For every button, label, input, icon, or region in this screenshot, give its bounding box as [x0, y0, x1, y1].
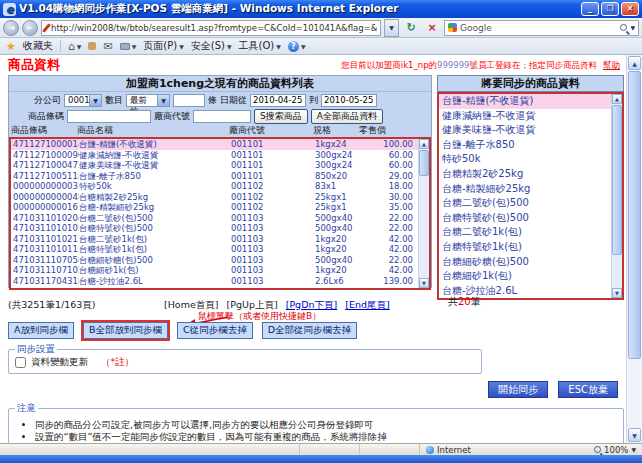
date-from-input[interactable]	[250, 94, 306, 107]
remove-from-sync-button[interactable]: C從同步欄去掉	[177, 322, 253, 339]
scroll-up-icon[interactable]: ▲	[612, 94, 622, 104]
remove-all-from-sync-button[interactable]: D全部從同步欄去掉	[262, 322, 357, 339]
table-row[interactable]: 4711271000472健康美味鹽-不收退貨001101300gx2460.0…	[11, 160, 429, 171]
data-update-checkbox[interactable]	[15, 357, 26, 368]
notes-legend: 注意	[15, 402, 38, 415]
notes-fieldset: 注意 同步的商品分公司設定,被同步方可以選擇,同步方的要以相應分公司身份登錄即可…	[8, 402, 624, 443]
list-item[interactable]: 健康減納鹽-不收退貨	[439, 109, 622, 124]
table-row[interactable]: 4710311107058台糖細砂糖(包)500001103500gx4022.…	[11, 255, 429, 266]
read-mail-icon[interactable]: ✉	[103, 40, 112, 53]
list-item[interactable]: 台鹽-離子水850	[439, 138, 622, 153]
scrollbar-thumb[interactable]	[419, 150, 429, 176]
table-row[interactable]: 0000000000048台糖精製2砂25kg00110225kgx130.00	[11, 192, 429, 203]
start-sync-button[interactable]: 開始同步	[488, 381, 548, 398]
maximize-button[interactable]: ❐	[601, 2, 619, 16]
favorites-star-icon[interactable]: ★	[6, 40, 16, 53]
list-item[interactable]: 台糖特號砂1k(包)	[439, 240, 622, 255]
nav-home[interactable]: [Home首頁]	[164, 299, 218, 310]
refresh-button[interactable]: ↻	[402, 19, 420, 37]
search-icon[interactable]	[620, 24, 627, 31]
note-item: 設置的“數目”值不一定能同步你設定的數目，因為可能有重複的商品，系統將排除掉	[35, 431, 617, 443]
table-scrollbar[interactable]: ▲ ▼	[418, 139, 429, 288]
list-item[interactable]: 台糖精製2砂25kg	[439, 167, 622, 182]
list-item[interactable]: 台糖特號砂(包)500	[439, 211, 622, 226]
table-row[interactable]: 4711271000014台鹽-精鹽(不收退貨)0011011kgx24100.…	[11, 139, 429, 150]
barcode-input[interactable]	[67, 110, 151, 123]
back-button[interactable]: ◄	[3, 20, 19, 36]
table-row[interactable]: 4710311010105台糖特號砂(包)500001103500gx4022.…	[11, 223, 429, 234]
zoom-control[interactable]: 100% ▼	[588, 445, 642, 455]
table-row[interactable]: 4711271005118台鹽-離子水850001101850x2029.00	[11, 171, 429, 182]
close-button[interactable]: ×	[621, 2, 639, 16]
table-row[interactable]: 4710311010211台糖二號砂1k(包)0011031kgx2042.00	[11, 234, 429, 245]
nav-pgdn[interactable]: [PgDn下頁]	[286, 299, 338, 310]
windows-taskbar-edge[interactable]	[0, 455, 642, 463]
tools-menu[interactable]: 工具(O)▼	[239, 39, 281, 53]
address-dropdown[interactable]: ▼	[384, 19, 399, 37]
unit-label: 條	[208, 94, 217, 107]
feeds-icon[interactable]	[88, 42, 96, 50]
table-row[interactable]: 4710311010204台糖二號砂(包)500001103500gx4022.…	[11, 213, 429, 224]
scroll-down-icon[interactable]: ▼	[628, 428, 641, 442]
cancel-button[interactable]: ESC放棄	[558, 381, 618, 398]
sync-settings-fieldset: 同步設置 資料變動更新 （*註）	[8, 343, 482, 374]
branch-label: 分公司	[34, 94, 61, 107]
page-menu[interactable]: 页面(P)▼	[143, 39, 183, 53]
list-item[interactable]: 台糖二號砂(包)500	[439, 196, 622, 211]
branch-select[interactable]: 0001▼	[64, 94, 102, 107]
forward-button[interactable]: ►	[22, 20, 38, 36]
scroll-down-icon[interactable]: ▼	[612, 288, 622, 298]
help-link[interactable]: 幫助	[603, 60, 620, 70]
count-input[interactable]	[173, 94, 205, 107]
scroll-up-icon[interactable]: ▲	[628, 56, 641, 70]
main-actions: 開始同步 ESC放棄	[488, 381, 618, 398]
sync-list-scrollbar[interactable]: ▲ ▼	[611, 94, 622, 298]
toolbar-divider	[60, 40, 61, 52]
search-products-button[interactable]: S搜索商品	[254, 109, 308, 124]
zoom-icon	[594, 446, 601, 453]
sync-list-items: 台鹽-精鹽(不收退貨)健康減納鹽-不收退貨健康美味鹽-不收退貨台鹽-離子水850…	[439, 94, 622, 298]
table-row[interactable]: 0000000000031特砂50k00110283x118.00	[11, 181, 429, 192]
all-products-button[interactable]: A全部商品資料	[311, 109, 383, 124]
search-options-dropdown[interactable]: ▼	[630, 24, 635, 31]
table-row[interactable]: 0000000000161台糖-精製細砂25kg00110225kgx135.0…	[11, 202, 429, 213]
nav-pgup[interactable]: [PgUp上頁]	[227, 299, 278, 310]
scroll-up-icon[interactable]: ▲	[419, 139, 429, 149]
nav-end[interactable]: [End尾頁]	[345, 299, 389, 310]
scroll-down-icon[interactable]: ▼	[419, 278, 429, 288]
table-row[interactable]: 4711271000090健康減納鹽-不收退貨001101300gx2460.0…	[11, 150, 429, 161]
window-titlebar: e V1.04購物網同步作業[X-POS 雲端商業網] - Windows In…	[0, 0, 642, 18]
help-menu[interactable]: ?▼	[288, 41, 306, 52]
vendor-input[interactable]	[193, 110, 251, 123]
list-item[interactable]: 台糖-精製細砂25kg	[439, 182, 622, 197]
list-item[interactable]: 台糖細砂1k(包)	[439, 269, 622, 284]
safety-menu[interactable]: 安全(S)▼	[191, 39, 232, 53]
address-input[interactable]: http://win2008/tw/btob/searesult1.asp?fr…	[41, 20, 381, 36]
list-item[interactable]: 健康美味鹽-不收退貨	[439, 123, 622, 138]
page-scrollbar[interactable]: ▲ ▼	[626, 55, 642, 443]
count-select[interactable]: 最前的▼	[126, 94, 170, 107]
list-item[interactable]: 台鹽-精鹽(不收退貨)	[439, 94, 622, 109]
table-row[interactable]: 4710311107102台糖細砂1k(包)0011031kgx2042.00	[11, 265, 429, 276]
list-item[interactable]: 特砂50k	[439, 152, 622, 167]
list-item[interactable]: 台糖二號砂1k(包)	[439, 225, 622, 240]
minimize-button[interactable]: _	[581, 2, 599, 16]
add-all-to-sync-button[interactable]: B全部放到同步欄	[83, 322, 168, 339]
table-header: 商品條碼 商品名稱 廠商代號 規格 零售價	[9, 124, 431, 137]
scrollbar-thumb[interactable]	[628, 71, 641, 359]
data-update-label: 資料變動更新	[31, 356, 88, 369]
list-item[interactable]: 台糖細砂糖(包)500	[439, 255, 622, 270]
add-to-sync-button[interactable]: A放到同步欄	[8, 322, 74, 339]
sync-settings-legend: 同步設置	[15, 343, 57, 356]
scrollbar-thumb[interactable]	[612, 105, 622, 255]
favorites-button[interactable]: 收藏夹	[23, 39, 53, 53]
print-button[interactable]: ▼	[120, 43, 137, 50]
date-to-input[interactable]	[321, 94, 377, 107]
chevron-down-icon: ▼	[89, 95, 101, 106]
table-row[interactable]: 4710311010112台糖特號砂1k(包)0011031kgx2042.00	[11, 244, 429, 255]
search-input[interactable]: Google ▼	[444, 20, 639, 36]
status-zone: Internet	[437, 445, 471, 455]
stop-button[interactable]: ×	[423, 19, 441, 37]
table-row[interactable]: 4710311704318台糖-沙拉油2.6L0011032.6Lx6139.0…	[11, 276, 429, 287]
home-button[interactable]: ⌂▼	[68, 40, 82, 53]
